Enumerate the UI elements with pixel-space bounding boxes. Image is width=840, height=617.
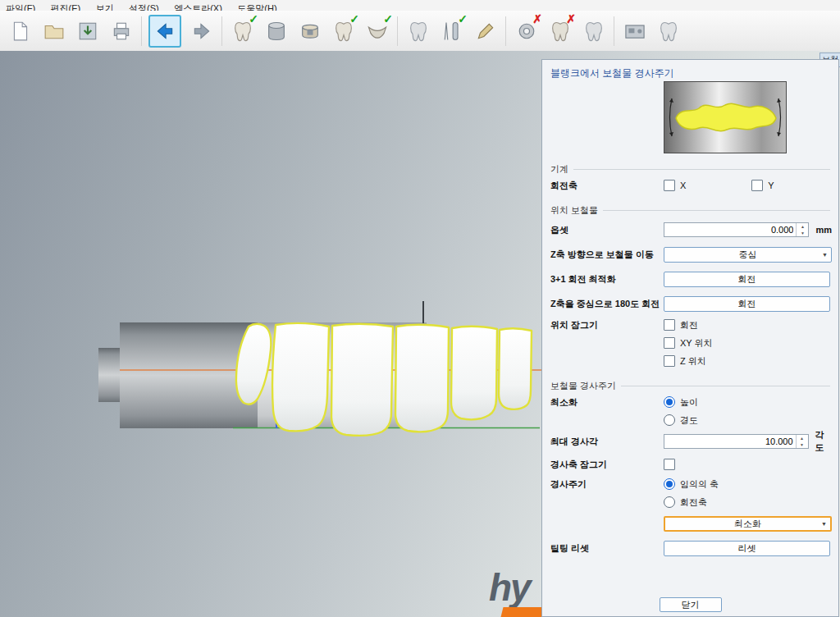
z-move-value: 중심 <box>739 249 757 261</box>
axis-y-checkbox[interactable]: Y <box>751 180 774 191</box>
toolbar-separator <box>141 16 142 46</box>
checkbox-icon <box>664 355 675 367</box>
max-angle-spinner <box>664 434 809 449</box>
dialog-footer: 닫기 <box>542 597 838 612</box>
result-button[interactable] <box>577 14 610 48</box>
design-step-button[interactable] <box>401 14 435 48</box>
minimize-height-radio[interactable]: 높이 <box>664 396 698 409</box>
offset-unit-label: mm <box>815 225 832 235</box>
spin-up-icon <box>797 435 808 441</box>
tilt-reset-label: 틸팅 리셋 <box>550 542 664 555</box>
tilt-prosthesis-dialog: 블랭크에서 보철물 경사주기 기계 회전축 X <box>541 59 839 617</box>
checkbox-icon <box>751 180 763 191</box>
teeth-icon <box>231 20 254 43</box>
tilt-reset-button[interactable]: 리셋 <box>664 541 830 556</box>
minimize-grade-row: 경도 <box>550 411 830 429</box>
rotate180-button[interactable]: 회전 <box>664 296 830 312</box>
max-angle-label: 최대 경사각 <box>550 436 664 448</box>
lock-tilt-axis-checkbox[interactable] <box>664 459 680 470</box>
lock-xy-label: XY 위치 <box>680 337 713 350</box>
close-button[interactable]: 닫기 <box>660 597 722 612</box>
minimize-grade-radio[interactable]: 경도 <box>664 414 698 427</box>
toolpath-button[interactable] <box>509 14 543 48</box>
offset-input[interactable] <box>664 223 796 236</box>
lock-rotation-checkbox[interactable]: 회전 <box>664 319 698 331</box>
simulation-button[interactable] <box>543 14 577 48</box>
print-icon <box>111 21 132 42</box>
menu-item-edit[interactable]: 편집(E) <box>45 2 87 11</box>
radio-selected-icon <box>664 478 675 490</box>
rotation-axis-row: 회전축 X Y <box>550 176 830 194</box>
lock-tilt-axis-row: 경사축 잠그기 <box>550 454 830 475</box>
lock-rotation-row: 위치 잠그기 회전 <box>550 316 830 334</box>
minimize-height-row: 최소화 높이 <box>550 393 830 411</box>
menu-item-settings[interactable]: 설정(S) <box>123 2 165 11</box>
import-icon <box>77 21 98 42</box>
offset-row: 옵셋 mm <box>550 217 830 242</box>
tilt-preview-image <box>664 81 787 153</box>
prosthesis-position-button[interactable] <box>326 14 360 48</box>
instruments-button[interactable] <box>435 14 468 48</box>
rotation-opt-row: 3+1 회전 최적화 회전 <box>550 267 830 291</box>
back-button[interactable] <box>148 15 181 48</box>
menu-item-help[interactable]: 도움말(H) <box>231 2 282 11</box>
offset-spin-buttons[interactable] <box>796 223 808 236</box>
cavity-step-button[interactable] <box>360 14 394 48</box>
rotation-opt-button[interactable]: 회전 <box>664 272 830 287</box>
tilt-by-label: 경사주기 <box>550 478 664 491</box>
machine-icon <box>623 20 647 43</box>
machine-button[interactable] <box>618 14 651 48</box>
toolbar-separator <box>505 16 506 46</box>
lock-position-label: 위치 잠그기 <box>550 319 664 331</box>
group-position-title: 위치 보철물 <box>550 203 830 217</box>
edit-pen-button[interactable] <box>468 14 502 48</box>
minimize-mode-dropdown[interactable]: 최소화 <box>664 516 832 532</box>
lock-xy-checkbox[interactable]: XY 위치 <box>664 337 713 350</box>
minimize-height-label: 높이 <box>680 396 698 409</box>
axis-x-checkbox[interactable]: X <box>664 180 686 191</box>
holder-icon <box>299 20 322 43</box>
forward-button[interactable] <box>185 14 218 48</box>
print-button[interactable] <box>104 14 138 48</box>
model-step-button[interactable] <box>226 14 259 48</box>
import-button[interactable] <box>71 14 104 48</box>
z-move-dropdown[interactable]: 중심 <box>664 247 832 263</box>
lock-z-label: Z 위치 <box>680 355 706 368</box>
arrow-left-icon <box>154 21 176 42</box>
radio-icon <box>664 496 675 508</box>
instruments-icon <box>441 20 463 43</box>
menu-item-extras[interactable]: 엑스트라(X) <box>168 2 228 11</box>
toolbar-separator <box>397 16 398 46</box>
tilt-reset-row: 틸팅 리셋 리셋 <box>550 536 830 560</box>
rotation-opt-label: 3+1 회전 최적화 <box>550 273 664 286</box>
logo-text: hy <box>489 566 530 609</box>
menu-item-view[interactable]: 보기 <box>90 2 120 11</box>
minimize-mode-value: 최소화 <box>734 518 761 530</box>
menu-bar: 파일(F) 편집(E) 보기 설정(S) 엑스트라(X) 도움말(H) <box>0 0 840 11</box>
group-tilt-title: 보철물 경사주기 <box>550 378 830 393</box>
max-angle-row: 최대 경사각 각도 <box>550 429 830 454</box>
checkbox-icon <box>664 337 675 349</box>
arbitrary-axis-radio[interactable]: 임의의 축 <box>664 478 719 491</box>
teeth-icon <box>657 20 680 43</box>
blank-holder-button[interactable] <box>293 14 326 48</box>
toolpath-icon <box>515 20 538 43</box>
max-angle-spin-buttons[interactable] <box>796 435 808 448</box>
rotation-axis-radio[interactable]: 회전축 <box>664 496 707 509</box>
main-toolbar <box>0 11 840 52</box>
tilt-rotation-axis-row: 회전축 <box>550 493 830 511</box>
checkbox-icon <box>664 180 675 191</box>
blank-cylinder-icon <box>265 20 288 43</box>
menu-item-file[interactable]: 파일(F) <box>0 2 41 11</box>
tilt-rotation-axis-label: 회전축 <box>680 496 707 509</box>
axis-x-label: X <box>680 181 686 190</box>
group-tilt: 보철물 경사주기 최소화 높이 경도 최대 경사각 <box>550 378 830 560</box>
lock-z-checkbox[interactable]: Z 위치 <box>664 355 706 368</box>
blank-step-button[interactable] <box>259 14 293 48</box>
new-file-button[interactable] <box>3 14 37 48</box>
max-angle-input[interactable] <box>664 435 796 448</box>
max-angle-unit-label: 각도 <box>815 429 832 454</box>
open-file-button[interactable] <box>37 14 71 48</box>
dialog-title: 블랭크에서 보철물 경사주기 <box>550 66 830 81</box>
export-button[interactable] <box>651 14 685 48</box>
